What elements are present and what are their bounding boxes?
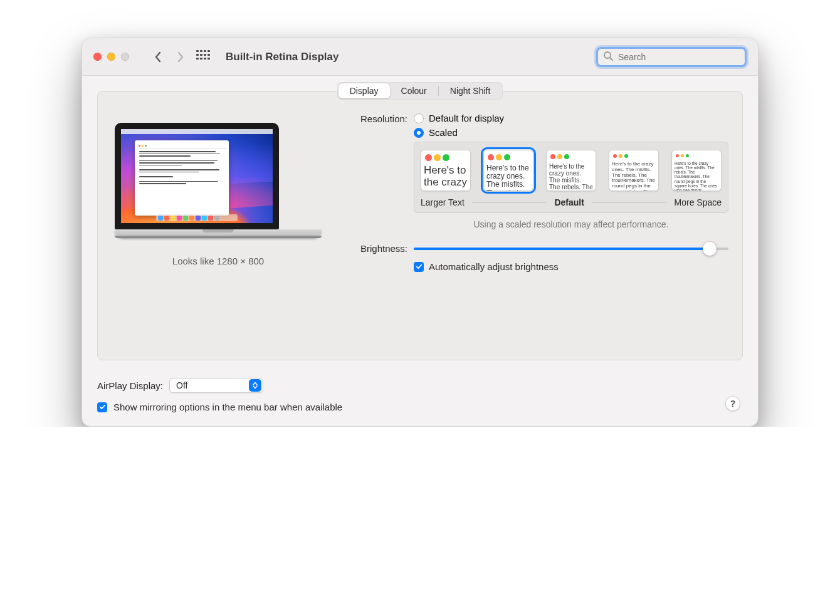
thumb-text: Here's to the crazy ones. The misfits. T…: [609, 162, 658, 191]
close-window-button[interactable]: [93, 53, 102, 61]
airplay-label: AirPlay Display:: [97, 380, 163, 391]
airplay-value: Off: [176, 380, 187, 390]
tab-bar: Display Colour Night Shift: [337, 82, 503, 100]
thumb-text: Here's to the crazy ones. The misfits. T…: [484, 164, 533, 191]
radio-icon-selected: [414, 128, 424, 138]
scale-thumb-5[interactable]: Here's to the crazy ones. The misfits. T…: [671, 150, 722, 191]
radio-label: Default for display: [429, 113, 504, 123]
preferences-window: Built-in Retina Display Display Colour N…: [81, 38, 759, 427]
back-button[interactable]: [149, 48, 167, 66]
help-button[interactable]: ?: [725, 396, 740, 411]
radio-scaled[interactable]: Scaled: [414, 127, 504, 138]
scaling-options: Here's to the crazy ones. The misfits. T…: [414, 142, 728, 213]
macbook-illustration: [115, 123, 322, 238]
label-default: Default: [554, 197, 584, 207]
grid-icon: [196, 50, 210, 64]
footer: AirPlay Display: Off Show mirroring opti…: [82, 375, 758, 426]
toolbar: Built-in Retina Display: [82, 38, 758, 76]
thumb-text: Here's to the crazy ones. The misfits. T…: [547, 163, 596, 191]
tab-display[interactable]: Display: [339, 83, 390, 98]
minimize-window-button[interactable]: [107, 53, 115, 61]
resolution-description: Looks like 1280 × 800: [172, 256, 264, 266]
radio-default-for-display[interactable]: Default for display: [414, 113, 504, 123]
checkbox-checked-icon: [97, 402, 107, 412]
checkbox-label: Automatically adjust brightness: [429, 261, 559, 272]
slider-fill: [414, 248, 710, 250]
radio-icon: [414, 113, 424, 123]
show-all-button[interactable]: [194, 48, 212, 66]
scale-thumb-4[interactable]: Here's to the crazy ones. The misfits. T…: [609, 150, 659, 191]
search-field[interactable]: [596, 47, 747, 67]
radio-label: Scaled: [429, 127, 458, 138]
brightness-slider[interactable]: [414, 248, 728, 250]
display-preview: Looks like 1280 × 800: [112, 110, 325, 328]
help-icon: ?: [730, 399, 736, 409]
thumb-text: Here's to the crazy ones. The misfits. T…: [672, 161, 721, 191]
airplay-select[interactable]: Off: [169, 378, 263, 393]
search-icon: [603, 51, 613, 63]
checkbox-label: Show mirroring options in the menu bar w…: [113, 402, 342, 412]
settings-panel: Looks like 1280 × 800 Resolution: Defaul…: [97, 91, 743, 360]
svg-line-1: [610, 58, 612, 60]
zoom-window-button-disabled: [121, 53, 129, 61]
window-title: Built-in Retina Display: [226, 51, 339, 63]
tab-night-shift[interactable]: Night Shift: [439, 83, 502, 98]
separator-line: [472, 202, 547, 203]
checkbox-checked-icon: [414, 262, 424, 272]
auto-brightness-checkbox[interactable]: Automatically adjust brightness: [414, 261, 728, 272]
scale-thumb-1[interactable]: Here's to the crazy ones. The misfits. T…: [421, 150, 471, 191]
brightness-label: Brightness:: [325, 243, 414, 254]
slider-knob[interactable]: [703, 242, 717, 256]
settings-column: Resolution: Default for display Scaled: [325, 110, 728, 328]
label-larger-text: Larger Text: [421, 197, 465, 207]
mirroring-checkbox[interactable]: Show mirroring options in the menu bar w…: [97, 402, 743, 412]
thumb-text: Here's to the crazy ones. The misfits. T…: [421, 165, 470, 191]
forward-button-disabled: [172, 48, 189, 66]
separator-line: [592, 202, 667, 203]
select-arrows-icon: [249, 379, 261, 392]
resolution-label: Resolution:: [325, 113, 414, 124]
label-more-space: More Space: [675, 197, 722, 207]
window-controls: [93, 53, 129, 61]
nav-buttons: [149, 48, 212, 66]
performance-note: Using a scaled resolution may affect per…: [414, 219, 728, 229]
tab-colour[interactable]: Colour: [390, 83, 438, 98]
scale-thumb-3[interactable]: Here's to the crazy ones. The misfits. T…: [546, 150, 596, 191]
scale-thumb-2[interactable]: Here's to the crazy ones. The misfits. T…: [483, 150, 533, 191]
search-input[interactable]: [617, 51, 740, 63]
